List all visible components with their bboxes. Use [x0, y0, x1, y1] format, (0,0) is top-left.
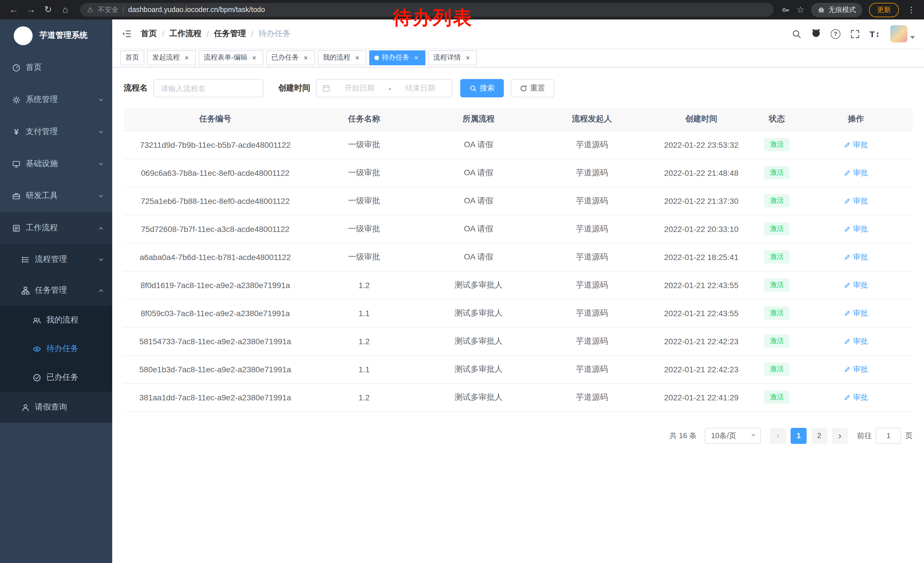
- github-icon[interactable]: [811, 28, 821, 40]
- next-page-button[interactable]: ›: [832, 428, 848, 444]
- tab-start-process[interactable]: 发起流程×: [147, 50, 196, 65]
- cell-initiator: 芋道源码: [536, 299, 648, 327]
- sidebar-item-process-mgmt[interactable]: 流程管理: [0, 244, 112, 275]
- cell-created: 2022-01-21 22:42:23: [648, 355, 754, 383]
- sidebar-item-devtools[interactable]: 研发工具: [0, 180, 112, 212]
- sidebar-item-home[interactable]: 首页: [0, 51, 112, 84]
- font-size-icon[interactable]: T: [870, 29, 880, 39]
- approve-link[interactable]: 审批: [844, 364, 868, 374]
- cell-status: 激活: [754, 131, 799, 159]
- forward-icon[interactable]: →: [24, 5, 38, 14]
- approve-link[interactable]: 审批: [844, 308, 868, 318]
- page-button-1[interactable]: 1: [790, 428, 807, 444]
- close-icon[interactable]: ×: [183, 54, 190, 62]
- approve-link[interactable]: 审批: [844, 168, 868, 178]
- cell-initiator: 芋道源码: [536, 159, 648, 187]
- sidebar-item-workflow[interactable]: 工作流程: [0, 212, 112, 244]
- browser-menu-icon[interactable]: ⋮: [906, 5, 917, 14]
- cell-action: 审批: [799, 271, 912, 299]
- screenshot-viewport: ← → ↻ ⌂ ⚠ 不安全 dashboard.yudao.iocoder.cn…: [0, 0, 924, 563]
- approve-link[interactable]: 审批: [844, 392, 868, 402]
- approve-label: 审批: [853, 195, 868, 206]
- goto-page-input[interactable]: [876, 428, 901, 444]
- sidebar-item-task-mgmt[interactable]: 任务管理: [0, 275, 112, 306]
- yen-icon: ¥: [12, 127, 21, 136]
- page-button-2[interactable]: 2: [811, 428, 827, 444]
- cell-action: 审批: [799, 131, 912, 159]
- cell-initiator: 芋道源码: [536, 383, 648, 411]
- cell-task-id: 381aa1dd-7ac8-11ec-a9e2-a2380e71991a: [124, 383, 307, 411]
- breadcrumb-item-home[interactable]: 首页: [141, 29, 157, 39]
- date-range-picker[interactable]: 开始日期 - 结束日期: [316, 79, 452, 98]
- table-row: 580e1b3d-7ac8-11ec-a9e2-a2380e71991a 1.1…: [124, 355, 912, 383]
- prev-page-button[interactable]: ‹: [770, 428, 786, 444]
- sidebar-item-label: 我的流程: [46, 315, 78, 325]
- fullscreen-icon[interactable]: [850, 29, 860, 39]
- status-badge: 激活: [764, 138, 789, 151]
- approve-link[interactable]: 审批: [844, 140, 868, 150]
- process-name-input[interactable]: [153, 79, 263, 98]
- breadcrumb-separator: /: [207, 29, 209, 38]
- bookmark-star-icon[interactable]: ☆: [796, 5, 804, 15]
- breadcrumb-separator: /: [251, 29, 254, 38]
- tab-todo-tasks[interactable]: 待办任务×: [369, 50, 425, 65]
- close-icon[interactable]: ×: [464, 54, 472, 62]
- tab-done-tasks[interactable]: 已办任务×: [266, 50, 315, 65]
- key-icon[interactable]: [781, 6, 790, 14]
- breadcrumb-item-task-mgmt[interactable]: 任务管理: [214, 29, 246, 39]
- reset-button[interactable]: 重置: [511, 79, 554, 98]
- sidebar-item-infra[interactable]: 基础设施: [0, 148, 112, 180]
- caret-down-icon: [910, 36, 915, 39]
- sidebar-item-my-processes[interactable]: 我的流程: [0, 306, 112, 335]
- close-icon[interactable]: ×: [412, 54, 420, 62]
- chevron-down-icon: [751, 434, 756, 437]
- pagination: 共 16 条 10条/页 ‹ 1 2 › 前往 页: [124, 428, 912, 461]
- avatar: [890, 25, 908, 42]
- main-area: 首页 / 工作流程 / 任务管理 / 待办任务 ? T: [112, 20, 924, 563]
- cell-created: 2022-01-21 22:42:23: [648, 327, 754, 355]
- search-icon[interactable]: [792, 29, 801, 39]
- url-text: dashboard.yudao.iocoder.cn/bpm/task/todo: [128, 6, 265, 14]
- col-initiator: 流程发起人: [536, 108, 648, 131]
- page-size-select[interactable]: 10条/页: [705, 428, 761, 444]
- approve-link[interactable]: 审批: [844, 195, 868, 206]
- tab-my-processes[interactable]: 我的流程×: [318, 50, 366, 65]
- breadcrumb-item-workflow[interactable]: 工作流程: [170, 29, 201, 39]
- tab-home[interactable]: 首页: [120, 50, 144, 65]
- sidebar-item-system[interactable]: 系统管理: [0, 84, 112, 116]
- tab-process-detail[interactable]: 流程详情×: [428, 50, 477, 65]
- close-icon[interactable]: ×: [302, 54, 310, 62]
- tab-form-edit[interactable]: 流程表单-编辑×: [199, 50, 263, 65]
- breadcrumb: 首页 / 工作流程 / 任务管理 / 待办任务: [141, 29, 291, 39]
- help-icon[interactable]: ?: [831, 29, 840, 39]
- approve-link[interactable]: 审批: [844, 280, 868, 290]
- breadcrumb-current: 待办任务: [258, 29, 291, 39]
- sidebar-item-payment[interactable]: ¥ 支付管理: [0, 116, 112, 148]
- cell-created: 2022-01-22 18:25:41: [648, 243, 754, 271]
- cell-task-id: 75d72608-7b7f-11ec-a3c8-acde48001122: [124, 215, 307, 243]
- chrome-update-button[interactable]: 更新: [869, 3, 899, 17]
- approve-link[interactable]: 审批: [844, 224, 868, 234]
- search-button[interactable]: 搜索: [460, 79, 504, 98]
- edit-icon: [844, 197, 851, 204]
- sidebar-item-leave-query[interactable]: 请假查询: [0, 392, 112, 423]
- user-menu[interactable]: [890, 25, 915, 42]
- close-icon[interactable]: ×: [353, 54, 361, 62]
- sidebar-fold-icon[interactable]: [122, 29, 132, 39]
- active-tab-dot: [374, 55, 379, 60]
- sidebar-item-done-tasks[interactable]: 已办任务: [0, 363, 112, 392]
- range-separator: -: [389, 84, 391, 93]
- cell-task-id: 580e1b3d-7ac8-11ec-a9e2-a2380e71991a: [124, 355, 307, 383]
- reload-icon[interactable]: ↻: [41, 5, 55, 14]
- home-icon[interactable]: ⌂: [58, 5, 72, 14]
- logo-avatar: [14, 26, 33, 45]
- toolbox-icon: [12, 192, 21, 200]
- sidebar-item-label: 流程管理: [35, 254, 67, 264]
- close-icon[interactable]: ×: [250, 54, 258, 62]
- sidebar-item-todo-tasks[interactable]: 待办任务: [0, 335, 112, 363]
- approve-link[interactable]: 审批: [844, 252, 868, 262]
- approve-link[interactable]: 审批: [844, 336, 868, 346]
- back-icon[interactable]: ←: [7, 5, 21, 14]
- page-content: 流程名 创建时间 开始日期 - 结束日期 搜索: [112, 68, 924, 461]
- breadcrumb-separator: /: [162, 29, 164, 38]
